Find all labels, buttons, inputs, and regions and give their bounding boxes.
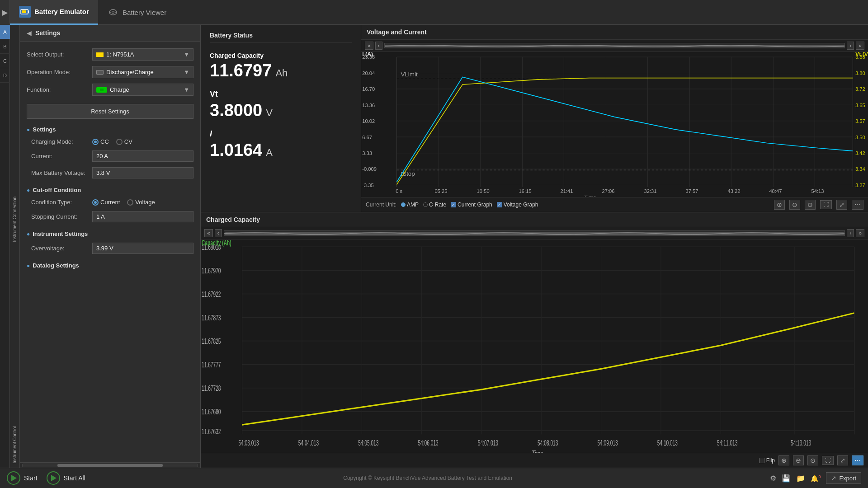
svg-text:10:50: 10:50 — [477, 188, 490, 194]
abcd-tab-c[interactable]: C — [0, 54, 10, 68]
function-value: Charge — [110, 86, 184, 93]
function-row: Function: Charge ▼ — [27, 84, 193, 96]
abcd-tab-d[interactable]: D — [0, 68, 10, 83]
reset-settings-button[interactable]: Reset Settings — [27, 104, 193, 119]
cv-radio[interactable]: CV — [116, 138, 132, 145]
cc-nav-next[interactable]: › — [847, 229, 854, 237]
cc-zoom-in-btn[interactable]: ⊕ — [778, 455, 789, 465]
vc-zoom-reset-btn[interactable]: ⊙ — [805, 200, 816, 210]
function-dropdown[interactable]: Charge ▼ — [92, 84, 193, 96]
vc-expand-btn[interactable]: ⤢ — [836, 200, 847, 210]
cc-fit-btn[interactable]: ⛶ — [822, 456, 834, 465]
vt-value: 3.8000 — [210, 101, 262, 120]
crate-radio[interactable]: C-Rate — [423, 202, 446, 208]
svg-text:6.67: 6.67 — [362, 135, 372, 140]
function-arrow: ▼ — [184, 86, 189, 93]
start-all-button[interactable]: Start All — [47, 471, 85, 485]
svg-text:54:13.013: 54:13.013 — [791, 439, 811, 447]
export-button[interactable]: ↗ Export — [826, 472, 861, 484]
cc-nav-last[interactable]: » — [856, 229, 864, 237]
cc-nav-prev[interactable]: ‹ — [215, 229, 222, 237]
svg-text:37:57: 37:57 — [685, 188, 698, 194]
vc-nav-last[interactable]: » — [856, 42, 864, 50]
vc-fit-btn[interactable]: ⛶ — [820, 200, 832, 209]
abcd-panel: A B C D — [0, 25, 10, 468]
settings-subsection-title: Settings — [33, 126, 56, 133]
cc-zoom-reset-btn[interactable]: ⊙ — [807, 455, 818, 465]
settings-icon[interactable]: ⚙ — [770, 474, 776, 483]
left-panel-scroll[interactable]: Select Output: 1: N7951A ▼ Operation Mod… — [20, 42, 200, 462]
save-icon[interactable]: 💾 — [782, 474, 791, 483]
current-graph-checkbox[interactable]: ✓ Current Graph — [451, 202, 492, 208]
nav-arrow[interactable]: ▶ — [0, 0, 10, 25]
vc-scrollbar-track[interactable] — [384, 43, 845, 48]
condition-type-radios: Current Voltage — [92, 199, 155, 206]
instrument-connection-label: Instrument Connection — [12, 25, 17, 247]
svg-text:11.67873: 11.67873 — [202, 314, 221, 322]
svg-text:3.65: 3.65 — [855, 103, 865, 108]
voltage-radio[interactable]: Voltage — [127, 199, 155, 206]
battery-emulator-icon — [20, 8, 29, 15]
capacity-chart-header: Charged Capacity — [201, 212, 868, 227]
max-voltage-label: Max Battery Voltage: — [31, 169, 92, 176]
battery-status-title: Battery Status — [210, 32, 352, 43]
vc-zoom-in-btn[interactable]: ⊕ — [774, 200, 785, 210]
max-voltage-input[interactable] — [92, 167, 193, 178]
start-label: Start — [24, 474, 38, 482]
operation-mode-dropdown[interactable]: Discharge/Charge ▼ — [92, 66, 193, 78]
svg-text:-0.009: -0.009 — [362, 167, 377, 172]
svg-text:3.42: 3.42 — [855, 150, 865, 156]
scrollbar[interactable] — [20, 462, 200, 468]
current-input[interactable] — [92, 150, 193, 162]
datalog-settings-header[interactable]: ● Datalog Settings — [27, 262, 193, 269]
settings-subsection-header[interactable]: ● Settings — [27, 126, 193, 133]
cc-zoom-out-btn[interactable]: ⊖ — [793, 455, 804, 465]
svg-text:-3.35: -3.35 — [362, 183, 374, 188]
svg-text:11.67970: 11.67970 — [202, 267, 221, 275]
svg-text:11.67632: 11.67632 — [202, 428, 221, 436]
voltage-graph-checkbox[interactable]: ✓ Voltage Graph — [497, 202, 538, 208]
stopping-current-row: Stopping Current: — [27, 211, 193, 222]
cc-more-btn[interactable]: ⋯ — [852, 455, 863, 465]
capacity-chart-panel: Charged Capacity « ‹ › » — [201, 212, 868, 468]
svg-text:54:05.013: 54:05.013 — [358, 439, 378, 447]
vc-nav-next[interactable]: › — [847, 42, 854, 50]
svg-text:32:31: 32:31 — [644, 188, 657, 194]
stopping-current-input[interactable] — [92, 211, 193, 222]
amp-radio[interactable]: AMP — [401, 202, 419, 208]
svg-text:3.34: 3.34 — [855, 167, 865, 172]
select-output-dropdown[interactable]: 1: N7951A ▼ — [92, 48, 193, 61]
instrument-settings-header[interactable]: ● Instrument Settings — [27, 230, 193, 237]
cutoff-section-header[interactable]: ● Cut-off Condition — [27, 187, 193, 193]
flip-checkbox[interactable]: Flip — [759, 457, 775, 464]
bottom-bar: Start Start All Copyright © Keysight Ben… — [0, 468, 868, 488]
current-radio[interactable]: Current — [92, 199, 120, 206]
cc-scrollbar-track[interactable] — [224, 230, 845, 236]
cc-expand-btn[interactable]: ⤢ — [837, 455, 848, 465]
cc-radio[interactable]: CC — [92, 138, 109, 145]
vc-zoom-out-btn[interactable]: ⊖ — [789, 200, 800, 210]
overvoltage-row: Overvoltage: — [27, 243, 193, 254]
settings-collapse-icon[interactable]: ◀ — [27, 29, 32, 37]
folder-icon[interactable]: 📁 — [796, 474, 805, 483]
svg-text:VLimit: VLimit — [401, 71, 418, 78]
svg-rect-1 — [28, 10, 29, 13]
svg-text:3.50: 3.50 — [855, 135, 865, 140]
counter-badge: 🔔0 — [811, 474, 821, 482]
cc-nav-first[interactable]: « — [204, 229, 213, 237]
tab-battery-viewer[interactable]: Battery Viewer — [98, 0, 175, 25]
vc-nav-prev[interactable]: ‹ — [375, 42, 382, 50]
svg-text:48:47: 48:47 — [769, 188, 782, 194]
charged-capacity-block: Charged Capacity 11.6797 Ah — [210, 52, 352, 80]
current-graph-label: Current Graph — [458, 202, 492, 208]
abcd-tab-b[interactable]: B — [0, 39, 10, 54]
svg-text:05:25: 05:25 — [435, 188, 448, 194]
vc-nav-first[interactable]: « — [365, 42, 373, 50]
overvoltage-input[interactable] — [92, 243, 193, 254]
vc-more-btn[interactable]: ⋯ — [852, 200, 863, 210]
svg-text:3.72: 3.72 — [855, 86, 865, 92]
tab-battery-emulator[interactable]: Battery Emulator — [10, 0, 98, 25]
abcd-tab-a[interactable]: A — [0, 25, 10, 39]
start-button[interactable]: Start — [7, 471, 38, 485]
settings-subsection-collapse: ● — [27, 127, 30, 133]
